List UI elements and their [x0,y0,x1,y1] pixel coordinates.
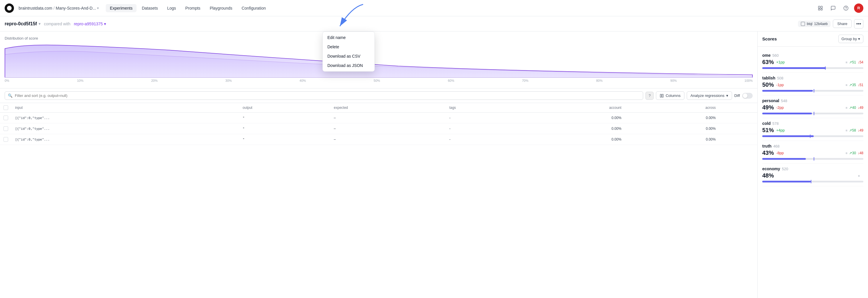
btql-label: btql [807,22,812,26]
dropdown-download-json[interactable]: Download as JSON [324,61,373,70]
arrow-down-1: ↓51 [858,83,863,87]
filter-icon-3: ≡ [846,129,847,132]
th-input: input [11,103,239,113]
score-bar-fill-5 [762,181,811,183]
score-arrows-4: ≡ ↗30 ↓48 [846,151,863,155]
nav-tab-logs[interactable]: Logs [163,4,180,12]
score-bar-marker-4 [814,157,814,161]
score-arrows-1: ≡ ↗35 ↓51 [846,83,863,87]
arrow-up-0: ↗51 [849,60,856,64]
score-bar-track-5 [762,181,863,183]
x-label-70: 70% [522,79,528,82]
nav-tab-configuration[interactable]: Configuration [238,4,270,12]
cell-input-0: [{"id":0,"type"... [11,113,239,124]
filter-input[interactable] [15,93,640,98]
share-button[interactable]: Share [833,20,852,28]
cell-across-2: 0.00% [625,134,719,145]
cell-across-1: 0.00% [625,124,719,134]
cell-extra-0 [719,113,757,124]
breadcrumb-chevron-icon[interactable]: ▾ [97,6,99,10]
score-arrows-0: ≡ ↗51 ↓54 [846,60,863,64]
score-bar-track-3 [762,135,863,137]
cell-input-2: [{"id":0,"type"... [11,134,239,145]
cell-input-1: [{"id":0,"type"... [11,124,239,134]
score-count-2: 548 [781,99,787,103]
dropdown-edit-name[interactable]: Edit name [324,33,373,42]
table-row: [{"id":0,"type"... " – - 0.00% 0.00% [0,113,757,124]
breadcrumb: braintrustdata.com / Many-Scores-And-D..… [19,6,99,10]
nav-tab-datasets[interactable]: Datasets [138,4,162,12]
score-arrows-5: ≡ [858,174,863,178]
cell-account-2: 0.00% [520,134,625,145]
cell-extra-2 [719,134,757,145]
cell-tags-1: - [446,124,520,134]
arrow-up-1: ↗35 [849,83,856,87]
btql-badge: btql 12b4aeb [798,21,831,27]
left-panel: Distribution of score [0,31,757,298]
score-delta-4: -8pp [776,151,784,155]
sub-header-actions: btql 12b4aeb Share ••• [798,19,863,29]
nav-right-actions: R [816,3,863,13]
top-nav: braintrustdata.com / Many-Scores-And-D..… [0,0,868,16]
arrow-down-3: ↓49 [858,128,863,132]
nav-tabs: Experiments Datasets Logs Prompts Playgr… [106,4,270,12]
experiment-name-text[interactable]: repro-0cd5f15f [5,21,37,26]
score-bar-marker-1 [814,89,814,92]
scores-title: Scores [762,36,777,41]
help-icon-button[interactable] [841,3,850,13]
score-bar-track-1 [762,90,863,92]
user-avatar[interactable]: R [854,3,863,13]
table-header-row: input output expected tags account acros… [0,103,757,113]
nav-tab-prompts[interactable]: Prompts [181,4,205,12]
x-label-40: 40% [300,79,306,82]
analyze-regressions-button[interactable]: Analyze regressions ▾ [687,91,732,100]
row-checkbox-1[interactable] [3,126,8,131]
breadcrumb-project[interactable]: Many-Scores-And-D... [56,6,96,10]
cell-output-0: " [239,113,330,124]
chat-icon-button[interactable] [829,3,838,13]
select-all-checkbox[interactable] [3,105,8,110]
nav-tab-experiments[interactable]: Experiments [106,4,136,12]
nav-tab-playgrounds[interactable]: Playgrounds [206,4,237,12]
diff-toggle[interactable] [742,93,753,99]
score-bar-fill-3 [762,135,814,137]
group-by-button[interactable]: Group by ▾ [838,35,863,43]
cell-output-1: " [239,124,330,134]
arrow-up-2: ↗40 [849,106,856,110]
compare-experiment-link[interactable]: repro-a9591375 ▾ [74,22,106,26]
score-bar-marker-3 [810,134,810,138]
score-delta-1: -1pp [776,83,784,87]
dropdown-delete[interactable]: Delete [324,42,373,52]
arrow-down-4: ↓48 [858,151,863,155]
cell-across-0: 0.00% [625,113,719,124]
dropdown-download-csv[interactable]: Download as CSV [324,52,373,61]
arrow-down-2: ↓49 [858,106,863,110]
filter-icon-0: ≡ [846,60,847,64]
book-icon-button[interactable] [816,3,825,13]
filter-input-wrap[interactable]: 🔍 [5,91,643,100]
columns-button[interactable]: Columns [656,91,684,100]
svg-rect-2 [818,9,820,10]
cell-expected-1: – [330,124,446,134]
more-options-button[interactable]: ••• [854,19,863,29]
cell-account-1: 0.00% [520,124,625,134]
score-bar-fill-2 [762,113,812,114]
cell-extra-1 [719,124,757,134]
row-checkbox-0[interactable] [3,115,8,120]
score-item: personal 548 49% -2pp ≡ ↗40 ↓49 [757,96,868,118]
cell-tags-0: - [446,113,520,124]
filter-help-button[interactable]: ? [646,92,654,100]
experiment-chevron-icon[interactable]: ▾ [39,22,40,26]
breadcrumb-org[interactable]: braintrustdata.com [19,6,52,10]
compared-with-label: compared with [44,22,70,26]
toggle-knob [743,93,747,98]
score-bar-fill-4 [762,158,806,160]
row-checkbox-2[interactable] [3,137,8,142]
table-row: [{"id":0,"type"... " – - 0.00% 0.00% [0,134,757,145]
columns-label: Columns [665,93,680,98]
x-label-30: 30% [225,79,232,82]
score-name-1: tablish [762,76,775,80]
experiments-table: input output expected tags account acros… [0,103,757,145]
filter-icon-4: ≡ [846,151,847,155]
logo-inner [7,6,11,10]
